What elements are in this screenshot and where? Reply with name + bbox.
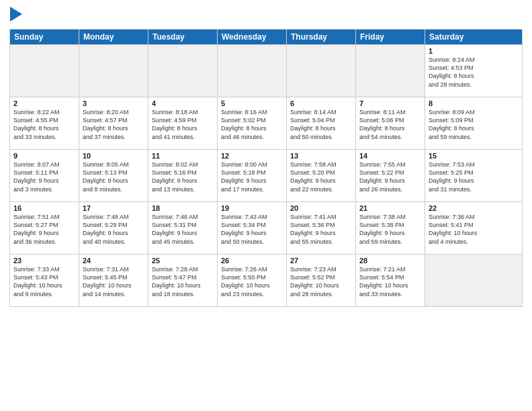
calendar-week-row: 23Sunrise: 7:33 AM Sunset: 5:43 PM Dayli… bbox=[10, 255, 523, 307]
calendar-header-row: SundayMondayTuesdayWednesdayThursdayFrid… bbox=[10, 30, 523, 45]
day-info: Sunrise: 7:41 AM Sunset: 5:36 PM Dayligh… bbox=[290, 213, 352, 246]
calendar-week-row: 1Sunrise: 8:24 AM Sunset: 4:53 PM Daylig… bbox=[10, 45, 523, 97]
day-info: Sunrise: 7:23 AM Sunset: 5:52 PM Dayligh… bbox=[290, 265, 352, 298]
svg-marker-0 bbox=[10, 7, 22, 21]
calendar-cell: 17Sunrise: 7:48 AM Sunset: 5:29 PM Dayli… bbox=[79, 202, 148, 255]
day-info: Sunrise: 7:31 AM Sunset: 5:45 PM Dayligh… bbox=[83, 265, 144, 298]
calendar-cell: 5Sunrise: 8:16 AM Sunset: 5:02 PM Daylig… bbox=[218, 97, 287, 150]
calendar-cell: 27Sunrise: 7:23 AM Sunset: 5:52 PM Dayli… bbox=[287, 255, 356, 307]
day-number: 15 bbox=[429, 152, 519, 160]
day-number: 16 bbox=[13, 204, 75, 212]
calendar-cell bbox=[218, 45, 287, 97]
calendar-cell: 8Sunrise: 8:09 AM Sunset: 5:09 PM Daylig… bbox=[425, 97, 523, 150]
weekday-header-thursday: Thursday bbox=[287, 30, 356, 45]
day-info: Sunrise: 8:18 AM Sunset: 4:59 PM Dayligh… bbox=[152, 108, 214, 141]
day-number: 11 bbox=[152, 152, 214, 160]
day-info: Sunrise: 7:53 AM Sunset: 5:25 PM Dayligh… bbox=[429, 161, 519, 193]
day-number: 20 bbox=[290, 204, 352, 212]
calendar-cell: 21Sunrise: 7:38 AM Sunset: 5:38 PM Dayli… bbox=[356, 202, 425, 255]
day-number: 4 bbox=[152, 99, 214, 107]
day-info: Sunrise: 8:16 AM Sunset: 5:02 PM Dayligh… bbox=[221, 108, 283, 141]
day-number: 25 bbox=[152, 257, 214, 265]
day-number: 8 bbox=[429, 99, 519, 107]
day-info: Sunrise: 8:00 AM Sunset: 5:18 PM Dayligh… bbox=[221, 161, 283, 193]
calendar-week-row: 9Sunrise: 8:07 AM Sunset: 5:11 PM Daylig… bbox=[10, 150, 523, 202]
day-info: Sunrise: 7:46 AM Sunset: 5:31 PM Dayligh… bbox=[152, 213, 214, 246]
day-number: 19 bbox=[221, 204, 283, 212]
day-info: Sunrise: 8:14 AM Sunset: 5:04 PM Dayligh… bbox=[290, 108, 352, 141]
calendar-week-row: 2Sunrise: 8:22 AM Sunset: 4:55 PM Daylig… bbox=[10, 97, 523, 150]
calendar-cell bbox=[287, 45, 356, 97]
logo-text bbox=[9, 7, 22, 25]
weekday-header-sunday: Sunday bbox=[10, 30, 79, 45]
calendar-cell: 3Sunrise: 8:20 AM Sunset: 4:57 PM Daylig… bbox=[79, 97, 148, 150]
weekday-header-tuesday: Tuesday bbox=[148, 30, 218, 45]
day-number: 24 bbox=[83, 257, 144, 265]
day-info: Sunrise: 8:11 AM Sunset: 5:06 PM Dayligh… bbox=[359, 108, 421, 141]
day-info: Sunrise: 7:26 AM Sunset: 5:50 PM Dayligh… bbox=[221, 265, 283, 298]
day-info: Sunrise: 7:55 AM Sunset: 5:22 PM Dayligh… bbox=[359, 161, 421, 193]
calendar-cell: 28Sunrise: 7:21 AM Sunset: 5:54 PM Dayli… bbox=[356, 255, 425, 307]
day-number: 14 bbox=[359, 152, 421, 160]
calendar-cell: 11Sunrise: 8:02 AM Sunset: 5:16 PM Dayli… bbox=[148, 150, 218, 202]
day-number: 13 bbox=[290, 152, 352, 160]
calendar-cell: 22Sunrise: 7:36 AM Sunset: 5:41 PM Dayli… bbox=[425, 202, 523, 255]
calendar-cell bbox=[356, 45, 425, 97]
calendar-cell: 9Sunrise: 8:07 AM Sunset: 5:11 PM Daylig… bbox=[10, 150, 79, 202]
day-number: 12 bbox=[221, 152, 283, 160]
day-info: Sunrise: 7:21 AM Sunset: 5:54 PM Dayligh… bbox=[359, 265, 421, 298]
day-info: Sunrise: 8:02 AM Sunset: 5:16 PM Dayligh… bbox=[152, 161, 214, 193]
day-number: 27 bbox=[290, 257, 352, 265]
weekday-header-saturday: Saturday bbox=[425, 30, 523, 45]
day-number: 18 bbox=[152, 204, 214, 212]
day-info: Sunrise: 7:28 AM Sunset: 5:47 PM Dayligh… bbox=[152, 265, 214, 298]
logo-triangle-icon bbox=[10, 7, 22, 21]
calendar-cell: 16Sunrise: 7:51 AM Sunset: 5:27 PM Dayli… bbox=[10, 202, 79, 255]
calendar-cell: 15Sunrise: 7:53 AM Sunset: 5:25 PM Dayli… bbox=[425, 150, 523, 202]
calendar-cell bbox=[425, 255, 523, 307]
day-number: 26 bbox=[221, 257, 283, 265]
calendar-cell: 14Sunrise: 7:55 AM Sunset: 5:22 PM Dayli… bbox=[356, 150, 425, 202]
day-number: 6 bbox=[290, 99, 352, 107]
header bbox=[9, 7, 523, 25]
day-number: 2 bbox=[13, 99, 75, 107]
page: SundayMondayTuesdayWednesdayThursdayFrid… bbox=[0, 0, 532, 411]
day-number: 3 bbox=[83, 99, 144, 107]
day-number: 22 bbox=[429, 204, 519, 212]
calendar-cell bbox=[10, 45, 79, 97]
calendar-cell: 2Sunrise: 8:22 AM Sunset: 4:55 PM Daylig… bbox=[10, 97, 79, 150]
calendar-table: SundayMondayTuesdayWednesdayThursdayFrid… bbox=[9, 29, 523, 307]
calendar-cell: 18Sunrise: 7:46 AM Sunset: 5:31 PM Dayli… bbox=[148, 202, 218, 255]
calendar-cell: 19Sunrise: 7:43 AM Sunset: 5:34 PM Dayli… bbox=[218, 202, 287, 255]
calendar-cell: 24Sunrise: 7:31 AM Sunset: 5:45 PM Dayli… bbox=[79, 255, 148, 307]
calendar-week-row: 16Sunrise: 7:51 AM Sunset: 5:27 PM Dayli… bbox=[10, 202, 523, 255]
calendar-cell: 4Sunrise: 8:18 AM Sunset: 4:59 PM Daylig… bbox=[148, 97, 218, 150]
day-number: 9 bbox=[13, 152, 75, 160]
calendar-cell: 25Sunrise: 7:28 AM Sunset: 5:47 PM Dayli… bbox=[148, 255, 218, 307]
calendar-cell: 12Sunrise: 8:00 AM Sunset: 5:18 PM Dayli… bbox=[218, 150, 287, 202]
day-info: Sunrise: 8:07 AM Sunset: 5:11 PM Dayligh… bbox=[13, 161, 75, 193]
day-number: 28 bbox=[359, 257, 421, 265]
calendar-cell: 7Sunrise: 8:11 AM Sunset: 5:06 PM Daylig… bbox=[356, 97, 425, 150]
day-number: 17 bbox=[83, 204, 144, 212]
day-number: 1 bbox=[429, 47, 519, 55]
day-number: 7 bbox=[359, 99, 421, 107]
day-info: Sunrise: 8:22 AM Sunset: 4:55 PM Dayligh… bbox=[13, 108, 75, 141]
day-number: 5 bbox=[221, 99, 283, 107]
day-info: Sunrise: 7:48 AM Sunset: 5:29 PM Dayligh… bbox=[83, 213, 144, 246]
day-info: Sunrise: 7:36 AM Sunset: 5:41 PM Dayligh… bbox=[429, 213, 519, 246]
calendar-cell: 6Sunrise: 8:14 AM Sunset: 5:04 PM Daylig… bbox=[287, 97, 356, 150]
day-info: Sunrise: 8:09 AM Sunset: 5:09 PM Dayligh… bbox=[429, 108, 519, 141]
day-info: Sunrise: 8:05 AM Sunset: 5:13 PM Dayligh… bbox=[83, 161, 144, 193]
calendar-cell bbox=[148, 45, 218, 97]
day-number: 10 bbox=[83, 152, 144, 160]
day-info: Sunrise: 7:38 AM Sunset: 5:38 PM Dayligh… bbox=[359, 213, 421, 246]
calendar-cell bbox=[79, 45, 148, 97]
weekday-header-friday: Friday bbox=[356, 30, 425, 45]
day-info: Sunrise: 7:58 AM Sunset: 5:20 PM Dayligh… bbox=[290, 161, 352, 193]
day-info: Sunrise: 8:24 AM Sunset: 4:53 PM Dayligh… bbox=[429, 56, 519, 89]
calendar-cell: 26Sunrise: 7:26 AM Sunset: 5:50 PM Dayli… bbox=[218, 255, 287, 307]
weekday-header-monday: Monday bbox=[79, 30, 148, 45]
calendar-cell: 20Sunrise: 7:41 AM Sunset: 5:36 PM Dayli… bbox=[287, 202, 356, 255]
calendar-cell: 1Sunrise: 8:24 AM Sunset: 4:53 PM Daylig… bbox=[425, 45, 523, 97]
